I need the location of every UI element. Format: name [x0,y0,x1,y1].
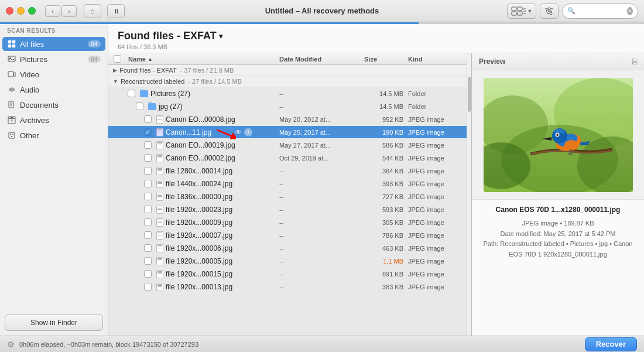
date-column-header: Date Modified [279,56,364,63]
statusbar: ⚙ 0h06m elapsed, ~0h03m remain, block 19… [0,336,644,352]
row-checkbox[interactable] [128,90,135,97]
file-kind: JPEG image [408,206,467,213]
group-reconstructed[interactable]: ▼ Reconstructed labeled - 27 files / 14.… [108,76,467,87]
file-date: -- [279,271,364,278]
file-date: -- [279,232,364,239]
search-box[interactable]: 🔍 .jpg ✕ [562,4,638,19]
list-item[interactable]: file 1440x...00024.jpg -- 393 KB JPEG im… [108,177,467,190]
list-item[interactable]: file 1920x...00005.jpg -- 1.1 MB JPEG im… [108,255,467,268]
sidebar-item-documents[interactable]: Documents [2,98,105,112]
search-input[interactable]: .jpg [578,7,625,15]
preview-title: Preview [479,57,505,66]
preview-image [484,78,633,192]
list-item[interactable]: file 1280x...00014.jpg -- 364 KB JPEG im… [108,165,467,177]
close-button[interactable] [6,7,13,15]
group-toggle-icon[interactable]: ▼ [113,78,118,84]
sidebar-item-archives[interactable]: Archives [2,113,105,127]
file-name: file 1920x...00005.jpg [166,257,232,265]
file-list[interactable]: Name ▲ Date Modified Size Kind ▶ Found f… [108,53,467,336]
file-name: file 1920x...00013.jpg [166,283,232,291]
row-checkbox[interactable] [144,257,152,265]
found-title: Found files - EXFAT ▾ [118,30,635,42]
list-item[interactable]: jpg (27) -- 14.5 MB Folder [108,100,467,113]
group-label: Found files - EXFAT [119,67,177,74]
svg-rect-11 [12,40,15,43]
file-size: 544 KB [364,155,408,162]
sidebar-item-other[interactable]: Other [2,128,105,142]
row-checkbox[interactable] [144,206,152,213]
scrollbar[interactable] [467,53,471,336]
forward-button[interactable]: › [61,5,77,17]
preview-filename: Canon EOS 70D 1...x1280_000011.jpg [480,206,636,214]
list-item[interactable]: file 1920x...00009.jpg -- 305 KB JPEG im… [108,216,467,229]
list-item[interactable]: file 1920x...00015.jpg -- 691 KB JPEG im… [108,268,467,281]
view-toggle-button[interactable]: ▼ [507,4,536,19]
svg-point-7 [548,8,550,10]
row-checkbox[interactable] [144,193,152,200]
minimize-button[interactable] [17,7,25,15]
file-date: Oct 29, 2019 at... [279,155,364,162]
svg-rect-16 [8,71,13,77]
archives-label: Archives [20,116,101,125]
row-checkbox[interactable] [144,244,152,252]
row-checkbox[interactable] [144,141,152,149]
preview-header: Preview ⎘ [472,53,644,70]
file-size: 383 KB [364,283,408,291]
search-clear-button[interactable]: ✕ [627,7,633,15]
file-date: -- [279,90,364,97]
row-checkbox[interactable] [144,167,152,175]
list-item[interactable]: file 1836x...00000.jpg -- 727 KB JPEG im… [108,190,467,203]
content-area: Found files - EXFAT ▾ 64 files / 36.3 MB… [108,24,644,336]
svg-rect-2 [512,12,516,15]
row-checkbox[interactable] [144,283,152,291]
row-checkbox[interactable] [144,180,152,187]
row-checkbox[interactable] [144,270,152,278]
list-item[interactable]: file 1920x...00013.jpg -- 383 KB JPEG im… [108,281,467,293]
svg-rect-10 [8,40,11,43]
row-checkbox[interactable] [136,102,143,110]
row-checkbox[interactable] [144,154,152,162]
home-button[interactable]: ⌂ [84,4,101,18]
select-all-checkbox[interactable] [114,55,121,63]
group-found-files[interactable]: ▶ Found files - EXFAT - 37 files / 21.8 … [108,65,467,76]
list-item[interactable]: Canon EO...00008.jpg May 20, 2012 at... … [108,113,467,126]
add-icon[interactable]: + [244,128,252,136]
sort-arrow-icon[interactable]: ▲ [148,56,153,62]
file-kind: JPEG image [408,168,467,175]
list-item[interactable]: file 1920x...00007.jpg -- 786 KB JPEG im… [108,229,467,242]
sidebar-item-all-files[interactable]: All files 64 [2,37,105,51]
file-size: 586 KB [364,142,408,149]
video-label: Video [20,70,101,79]
file-kind: JPEG image [408,129,467,136]
recover-button[interactable]: Recover [585,337,637,351]
file-name: file 1440x...00024.jpg [166,180,232,188]
found-title-text: Found files - EXFAT [118,30,217,42]
file-icon [156,167,163,175]
row-checkbox[interactable] [144,218,152,226]
list-item[interactable]: Canon EO...00019.jpg May 27, 2017 at... … [108,139,467,152]
dropdown-arrow[interactable]: ▾ [219,32,222,40]
archives-icon [7,115,16,125]
sidebar-item-audio[interactable]: Audio [2,83,105,97]
file-kind: JPEG image [408,219,467,226]
row-checkbox[interactable] [144,231,152,239]
list-item[interactable]: file 1920x...00023.jpg -- 593 KB JPEG im… [108,203,467,216]
list-item[interactable]: file 1920x...00006.jpg -- 463 KB JPEG im… [108,242,467,255]
list-item[interactable]: Pictures (27) -- 14.5 MB Folder [108,87,467,100]
sidebar-item-pictures[interactable]: Pictures 64 [2,52,105,66]
list-item[interactable]: Canon...11.jpg 👁 + May 25, 2017 at... 19… [108,126,467,139]
sidebar-item-video[interactable]: Video [2,67,105,81]
file-kind: JPEG image [408,193,467,200]
list-item[interactable]: Canon EO...00002.jpg Oct 29, 2019 at... … [108,152,467,165]
file-name: file 1920x...00023.jpg [166,206,232,214]
row-checkbox[interactable] [144,128,152,136]
back-button[interactable]: ‹ [45,5,60,17]
show-in-finder-button[interactable]: Show in Finder [5,315,103,331]
group-toggle-icon[interactable]: ▶ [113,67,117,73]
scrollbar-thumb[interactable] [468,77,471,112]
row-checkbox[interactable] [144,115,152,123]
filter-button[interactable] [540,4,559,19]
preview-expand-icon[interactable]: ⎘ [632,57,637,66]
pause-button[interactable]: ⏸ [107,4,125,18]
maximize-button[interactable] [28,7,36,15]
